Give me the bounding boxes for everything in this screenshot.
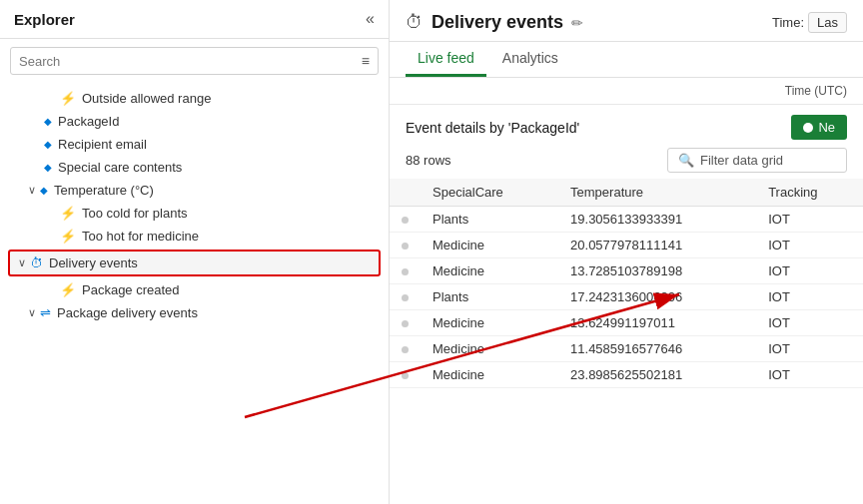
cell-tracking: IOT: [756, 310, 863, 336]
sidebar-item-too-cold[interactable]: ⚡ Too cold for plants: [0, 202, 389, 225]
tab-analytics[interactable]: Analytics: [490, 42, 570, 77]
sidebar-item-label: Special care contents: [58, 160, 182, 175]
sidebar-item-label: Package created: [82, 282, 180, 297]
sidebar-item-recipient-email[interactable]: ◆ Recipient email: [0, 133, 389, 156]
diamond-icon: ◆: [44, 116, 52, 127]
app-container: Explorer « ≡ ⚡ Outside allowed range ◆ P…: [0, 0, 863, 504]
cell-specialcare: Medicine: [421, 336, 558, 362]
search-bar[interactable]: ≡: [10, 47, 379, 75]
lightning-icon: ⚡: [60, 91, 76, 106]
sidebar: Explorer « ≡ ⚡ Outside allowed range ◆ P…: [0, 0, 390, 504]
sidebar-item-outside-allowed-range[interactable]: ⚡ Outside allowed range: [0, 87, 389, 110]
lightning-icon: ⚡: [60, 282, 76, 297]
sidebar-item-delivery-events[interactable]: ∨ ⏱ Delivery events: [8, 250, 381, 276]
cell-specialcare: Plants: [421, 207, 558, 233]
sidebar-item-label: Delivery events: [49, 255, 138, 270]
cell-tracking: IOT: [756, 233, 863, 258]
tabs-bar: Live feed Analytics: [390, 42, 863, 78]
table-row[interactable]: Medicine 13.7285103789198 IOT: [390, 258, 863, 284]
sidebar-item-label: Too hot for medicine: [82, 229, 199, 244]
time-value[interactable]: Las: [808, 12, 847, 33]
table-row[interactable]: Plants 19.3056133933391 IOT: [390, 207, 863, 233]
cell-tracking: IOT: [756, 336, 863, 362]
main-content: ⏱ Delivery events ✏ Time: Las Live feed …: [390, 0, 863, 504]
sidebar-item-packageid[interactable]: ◆ PackageId: [0, 110, 389, 133]
chevron-down-icon: ∨: [28, 184, 36, 197]
table-row[interactable]: Medicine 20.0577978111141 IOT: [390, 233, 863, 258]
sidebar-title: Explorer: [14, 11, 75, 28]
page-title: Delivery events: [432, 12, 563, 33]
diamond-icon: ◆: [40, 185, 48, 196]
chevron-down-icon: ∨: [18, 256, 26, 269]
data-table[interactable]: SpecialCare Temperature Tracking Plants …: [390, 179, 863, 504]
cell-temperature: 23.8985625502181: [558, 362, 756, 388]
search-input[interactable]: [19, 54, 362, 69]
cell-specialcare: Medicine: [421, 310, 558, 336]
cell-specialcare: Medicine: [421, 258, 558, 284]
filter-icon[interactable]: ≡: [362, 53, 370, 69]
table-row[interactable]: Medicine 13.624991197011 IOT: [390, 310, 863, 336]
sidebar-header: Explorer «: [0, 0, 389, 39]
event-details-title: Event details by 'PackageId': [406, 120, 579, 136]
row-dot-cell: [390, 284, 421, 310]
main-header: ⏱ Delivery events ✏ Time: Las: [390, 0, 863, 42]
new-button-label: Ne: [818, 120, 835, 135]
time-area: Time: Las: [772, 12, 847, 33]
cell-temperature: 19.3056133933391: [558, 207, 756, 233]
col-dot: [390, 179, 421, 207]
cell-temperature: 11.4585916577646: [558, 336, 756, 362]
rows-count: 88 rows: [406, 153, 451, 168]
sidebar-item-special-care[interactable]: ◆ Special care contents: [0, 156, 389, 179]
edit-icon[interactable]: ✏: [571, 15, 583, 31]
cell-tracking: IOT: [756, 258, 863, 284]
filter-placeholder: Filter data grid: [700, 153, 783, 168]
time-label: Time:: [772, 15, 804, 30]
filter-input[interactable]: 🔍 Filter data grid: [667, 148, 847, 173]
row-dot-cell: [390, 207, 421, 233]
sidebar-item-package-created[interactable]: ⚡ Package created: [0, 278, 389, 301]
cell-temperature: 13.624991197011: [558, 310, 756, 336]
sidebar-item-label: Recipient email: [58, 137, 147, 152]
search-icon: 🔍: [678, 153, 694, 168]
flow-icon: ⇌: [40, 305, 51, 320]
lightning-icon: ⚡: [60, 206, 76, 221]
col-specialcare: SpecialCare: [421, 179, 558, 207]
sidebar-item-label: Package delivery events: [57, 305, 198, 320]
cell-temperature: 13.7285103789198: [558, 258, 756, 284]
cell-tracking: IOT: [756, 207, 863, 233]
delivery-events-icon: ⏱: [406, 12, 424, 33]
sidebar-tree[interactable]: ⚡ Outside allowed range ◆ PackageId ◆ Re…: [0, 83, 389, 504]
col-tracking: Tracking: [756, 179, 863, 207]
row-dot-cell: [390, 310, 421, 336]
row-dot-cell: [390, 362, 421, 388]
diamond-icon: ◆: [44, 162, 52, 173]
collapse-icon[interactable]: «: [366, 10, 375, 28]
cell-specialcare: Plants: [421, 284, 558, 310]
title-area: ⏱ Delivery events ✏: [406, 12, 583, 33]
sidebar-item-package-delivery-events[interactable]: ∨ ⇌ Package delivery events: [0, 301, 389, 324]
sidebar-item-label: Outside allowed range: [82, 91, 211, 106]
row-dot-cell: [390, 336, 421, 362]
new-button[interactable]: Ne: [791, 115, 847, 140]
table-row[interactable]: Medicine 11.4585916577646 IOT: [390, 336, 863, 362]
clock-icon: ⏱: [30, 255, 43, 270]
sidebar-item-temperature[interactable]: ∨ ◆ Temperature (°C): [0, 179, 389, 202]
sidebar-item-label: Too cold for plants: [82, 206, 188, 221]
chevron-right-icon: ∨: [28, 306, 36, 319]
table-row[interactable]: Medicine 23.8985625502181 IOT: [390, 362, 863, 388]
tab-live-feed[interactable]: Live feed: [406, 42, 486, 77]
col-temperature: Temperature: [558, 179, 756, 207]
sidebar-item-label: PackageId: [58, 114, 119, 129]
diamond-icon: ◆: [44, 139, 52, 150]
green-dot-icon: [803, 123, 813, 133]
sidebar-item-too-hot[interactable]: ⚡ Too hot for medicine: [0, 225, 389, 248]
sidebar-item-label: Temperature (°C): [54, 183, 154, 198]
table-row[interactable]: Plants 17.2423136006306 IOT: [390, 284, 863, 310]
cell-specialcare: Medicine: [421, 233, 558, 258]
cell-specialcare: Medicine: [421, 362, 558, 388]
cell-tracking: IOT: [756, 362, 863, 388]
row-dot-cell: [390, 258, 421, 284]
cell-tracking: IOT: [756, 284, 863, 310]
time-utc-row: Time (UTC): [390, 78, 863, 105]
row-dot-cell: [390, 233, 421, 258]
